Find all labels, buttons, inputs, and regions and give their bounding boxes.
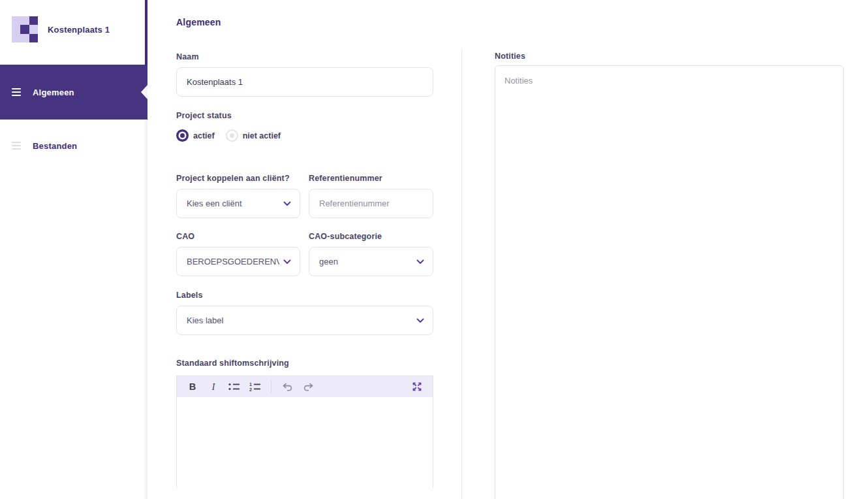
- radio-label: actief: [193, 131, 215, 140]
- toolbar-divider: [271, 380, 271, 393]
- fullscreen-button[interactable]: [409, 379, 425, 394]
- naam-label: Naam: [176, 52, 199, 61]
- cao-label: CAO: [176, 232, 194, 241]
- radio-niet-actief[interactable]: niet actief: [226, 129, 281, 142]
- undo-icon: [282, 383, 293, 391]
- labels-select-value: Kies label: [187, 315, 412, 325]
- referentienummer-label: Referentienummer: [309, 174, 382, 183]
- radio-unselected-icon: [226, 129, 238, 142]
- chevron-down-icon: [416, 259, 424, 265]
- workspace-logo-icon: [12, 16, 38, 42]
- undo-button[interactable]: [279, 379, 295, 394]
- client-select[interactable]: Kies een cliënt: [176, 189, 300, 218]
- menu-lines-icon: [12, 142, 21, 150]
- editor-content[interactable]: [177, 397, 433, 488]
- sidebar-item-bestanden[interactable]: Bestanden: [0, 120, 147, 172]
- project-status-radio-group: actief niet actief: [176, 129, 286, 142]
- redo-icon: [303, 383, 314, 391]
- sidebar-item-algemeen[interactable]: Algemeen: [0, 65, 147, 120]
- main-content: Algemeen Naam Project status actief niet…: [147, 0, 868, 499]
- shift-description-label: Standaard shiftomschrijving: [176, 359, 289, 368]
- numbered-list-icon: 1 2: [249, 382, 261, 391]
- labels-select[interactable]: Kies label: [176, 306, 433, 335]
- menu-lines-icon: [12, 88, 21, 96]
- bold-button[interactable]: B: [185, 379, 200, 394]
- radio-selected-icon: [176, 129, 189, 142]
- cao-select-value: BEROEPSGOEDERENVERVOER: [187, 257, 279, 266]
- notities-label: Notities: [495, 52, 525, 61]
- chevron-down-icon: [283, 259, 291, 265]
- svg-text:1: 1: [249, 382, 252, 387]
- italic-button[interactable]: I: [206, 379, 221, 394]
- client-label: Project koppelen aan cliënt?: [176, 174, 290, 183]
- cao-subcategorie-label: CAO-subcategorie: [309, 232, 382, 241]
- notities-textarea[interactable]: [495, 65, 844, 499]
- sidebar-item-label: Bestanden: [33, 141, 77, 151]
- radio-actief[interactable]: actief: [176, 129, 215, 142]
- bullet-list-button[interactable]: [226, 379, 242, 394]
- chevron-down-icon: [416, 318, 424, 323]
- workspace-name: Kostenplaats 1: [48, 25, 110, 35]
- svg-text:2: 2: [249, 387, 252, 392]
- chevron-down-icon: [283, 201, 291, 206]
- sidebar-item-label: Algemeen: [33, 88, 74, 97]
- rich-text-editor: B I 1 2: [176, 376, 433, 488]
- cao-select[interactable]: BEROEPSGOEDERENVERVOER: [176, 247, 300, 276]
- editor-toolbar: B I 1 2: [177, 376, 433, 397]
- referentienummer-input[interactable]: [309, 189, 433, 218]
- sidebar: Kostenplaats 1 Algemeen Bestanden: [0, 0, 147, 499]
- workspace-brand: Kostenplaats 1: [12, 16, 110, 42]
- fullscreen-icon: [412, 382, 422, 391]
- column-divider: [461, 49, 462, 499]
- redo-button[interactable]: [300, 379, 316, 394]
- numbered-list-button[interactable]: 1 2: [247, 379, 263, 394]
- cao-subcategorie-select-value: geen: [319, 257, 412, 266]
- bullet-list-icon: [228, 382, 240, 391]
- project-status-label: Project status: [176, 111, 232, 120]
- labels-label: Labels: [176, 291, 203, 300]
- sidebar-nav: Algemeen Bestanden: [0, 65, 147, 172]
- app-window: Kostenplaats 1 Algemeen Bestanden Algeme…: [0, 0, 868, 499]
- cao-subcategorie-select[interactable]: geen: [309, 247, 433, 276]
- client-select-value: Kies een cliënt: [187, 199, 279, 208]
- radio-label: niet actief: [243, 131, 281, 140]
- naam-input[interactable]: [176, 67, 433, 97]
- page-title: Algemeen: [176, 17, 221, 27]
